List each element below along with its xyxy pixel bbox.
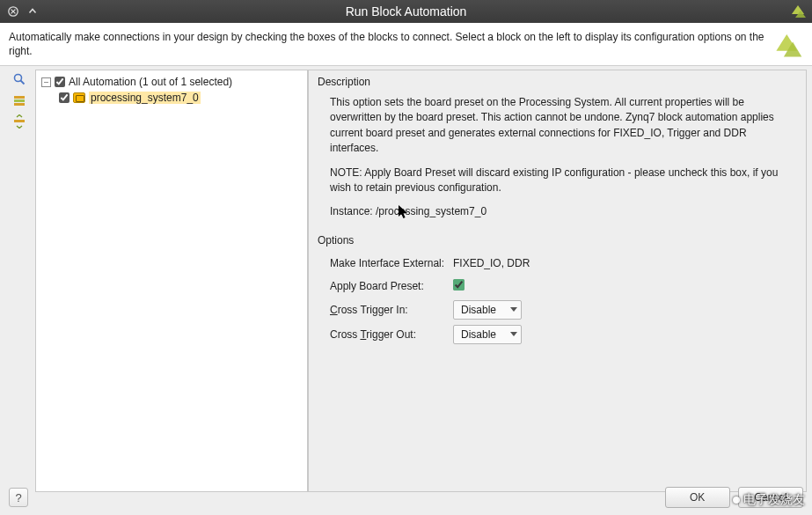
tree-root-checkbox[interactable] [55,77,65,87]
window-title: Run Block Automation [0,4,812,18]
description-block: This option sets the board preset on the… [318,93,797,234]
tree-root-row[interactable]: – All Automation (1 out of 1 selected) [41,74,302,90]
svg-rect-8 [14,120,25,122]
make-external-label: Make Interface External: [330,257,453,269]
svg-point-3 [15,75,22,82]
cross-trigger-out-dropdown[interactable]: Disable [453,325,522,344]
window-close-button[interactable] [5,4,21,19]
tree-child-label: processing_system7_0 [89,92,201,104]
automation-tree: – All Automation (1 out of 1 selected) p… [35,70,308,492]
cross-trigger-in-dropdown[interactable]: Disable [453,300,522,320]
svg-line-4 [21,81,25,85]
apply-preset-label: Apply Board Preset: [330,280,453,292]
vendor-logo-icon [773,30,803,60]
tree-child-row[interactable]: processing_system7_0 [41,90,302,106]
svg-rect-5 [14,96,25,99]
description-instance: Instance: /processing_system7_0 [330,204,797,219]
option-cross-trigger-out: Cross Trigger Out: Disable [318,322,797,347]
description-paragraph-1: This option sets the board preset on the… [330,95,797,157]
tree-toggle-icon[interactable]: – [41,77,51,87]
chevron-down-icon [510,307,517,312]
search-icon[interactable] [11,71,28,87]
option-apply-preset: Apply Board Preset: [318,275,797,298]
cancel-button[interactable]: Cancel [738,487,803,508]
option-cross-trigger-in: Cross Trigger In: Disable [318,298,797,322]
titlebar: Run Block Automation [0,0,812,23]
svg-rect-6 [14,99,25,102]
ip-block-icon [73,92,85,103]
info-banner: Automatically make connections in your d… [0,23,812,66]
apply-preset-checkbox[interactable] [453,279,465,291]
cross-trigger-in-value: Disable [461,304,496,316]
description-paragraph-2: NOTE: Apply Board Preset will discard ex… [330,166,797,196]
ok-button[interactable]: OK [665,487,730,508]
help-button[interactable]: ? [9,488,28,507]
info-banner-text: Automatically make connections in your d… [9,30,764,58]
window-collapse-button[interactable] [25,4,40,19]
dialog-footer: ? OK Cancel [0,480,812,515]
config-panel: Description This option sets the board p… [308,70,807,492]
options-block: Make Interface External: FIXED_IO, DDR A… [318,252,797,347]
cross-trigger-out-value: Disable [461,328,496,341]
tree-child-checkbox[interactable] [59,92,69,103]
collapse-all-icon[interactable] [11,114,28,129]
description-heading: Description [318,76,797,88]
cross-trigger-out-label: Cross Trigger Out: [330,328,453,341]
app-logo-icon [789,3,807,23]
tree-root-label: All Automation (1 out of 1 selected) [69,76,232,88]
expand-all-icon[interactable] [11,92,28,108]
help-icon: ? [15,491,21,504]
svg-rect-7 [14,103,25,106]
options-heading: Options [318,234,797,246]
tree-toolbar [5,70,35,492]
make-external-value: FIXED_IO, DDR [453,257,530,269]
option-make-external: Make Interface External: FIXED_IO, DDR [318,252,797,275]
content-area: – All Automation (1 out of 1 selected) p… [0,66,812,492]
cross-trigger-in-label: Cross Trigger In: [330,304,453,316]
chevron-down-icon [510,332,517,336]
